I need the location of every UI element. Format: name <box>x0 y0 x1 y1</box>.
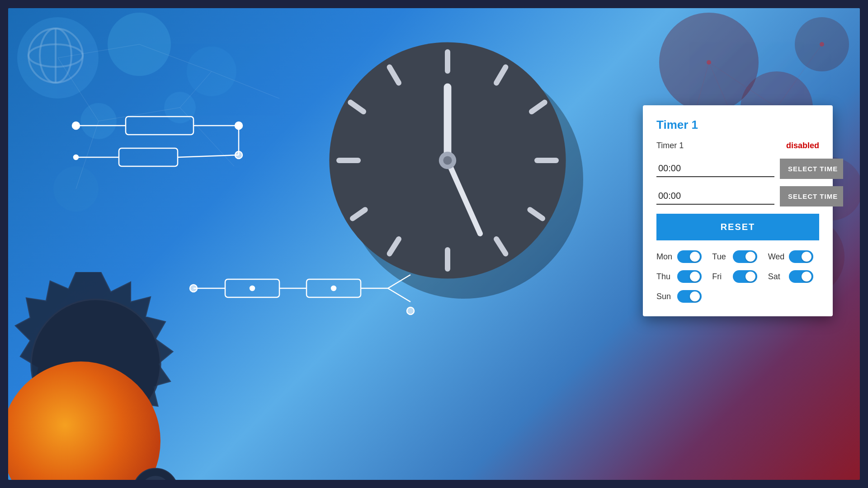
toggle-sat[interactable] <box>789 270 813 283</box>
toggle-sun[interactable] <box>677 290 702 303</box>
svg-point-87 <box>407 307 414 314</box>
day-label-sun: Sun <box>656 292 673 301</box>
day-label-tue: Tue <box>712 252 728 262</box>
toggle-fri[interactable] <box>733 270 757 283</box>
svg-point-84 <box>190 285 197 292</box>
day-item-sat: Sat <box>768 270 819 283</box>
svg-line-82 <box>388 288 410 302</box>
toggle-mon[interactable] <box>677 250 702 263</box>
svg-point-86 <box>331 286 336 291</box>
flowchart <box>17 80 447 442</box>
status-badge: disabled <box>786 141 819 150</box>
day-label-fri: Fri <box>712 272 728 282</box>
timer-label: Timer 1 <box>656 141 684 150</box>
time-input-1[interactable] <box>656 160 774 177</box>
globe-icon <box>26 26 85 85</box>
inner-frame: Timer 1 Timer 1 disabled SELECT TIME SEL… <box>8 8 860 480</box>
toggle-wed[interactable] <box>789 250 813 263</box>
days-grid: Mon Tue Wed <box>656 250 819 303</box>
svg-point-68 <box>72 122 80 129</box>
outer-frame: Timer 1 Timer 1 disabled SELECT TIME SEL… <box>0 0 868 488</box>
reset-button[interactable]: RESET <box>656 214 819 240</box>
day-label-wed: Wed <box>768 252 785 262</box>
day-item-wed: Wed <box>768 250 819 263</box>
day-label-thu: Thu <box>656 272 673 282</box>
svg-point-85 <box>250 286 255 291</box>
svg-line-75 <box>178 155 239 157</box>
day-item-fri: Fri <box>712 270 763 283</box>
timer-panel: Timer 1 Timer 1 disabled SELECT TIME SEL… <box>643 105 833 316</box>
time-row-2: SELECT TIME <box>656 186 819 206</box>
svg-line-83 <box>388 275 410 288</box>
day-item-thu: Thu <box>656 270 708 283</box>
time-input-2[interactable] <box>656 188 774 205</box>
day-item-tue: Tue <box>712 250 763 263</box>
select-time-button-2[interactable]: SELECT TIME <box>780 186 843 206</box>
select-time-button-1[interactable]: SELECT TIME <box>780 159 843 179</box>
panel-title: Timer 1 <box>656 118 819 132</box>
day-label-sat: Sat <box>768 272 784 282</box>
svg-point-76 <box>74 155 78 160</box>
svg-rect-70 <box>126 117 193 135</box>
toggle-thu[interactable] <box>677 270 702 283</box>
day-item-sun: Sun <box>656 290 708 303</box>
timer-status-row: Timer 1 disabled <box>656 141 819 150</box>
svg-rect-74 <box>119 148 178 166</box>
svg-point-34 <box>820 42 824 47</box>
day-item-mon: Mon <box>656 250 708 263</box>
toggle-tue[interactable] <box>733 250 757 263</box>
svg-point-32 <box>707 60 711 65</box>
day-label-mon: Mon <box>656 252 673 262</box>
time-row-1: SELECT TIME <box>656 159 819 179</box>
